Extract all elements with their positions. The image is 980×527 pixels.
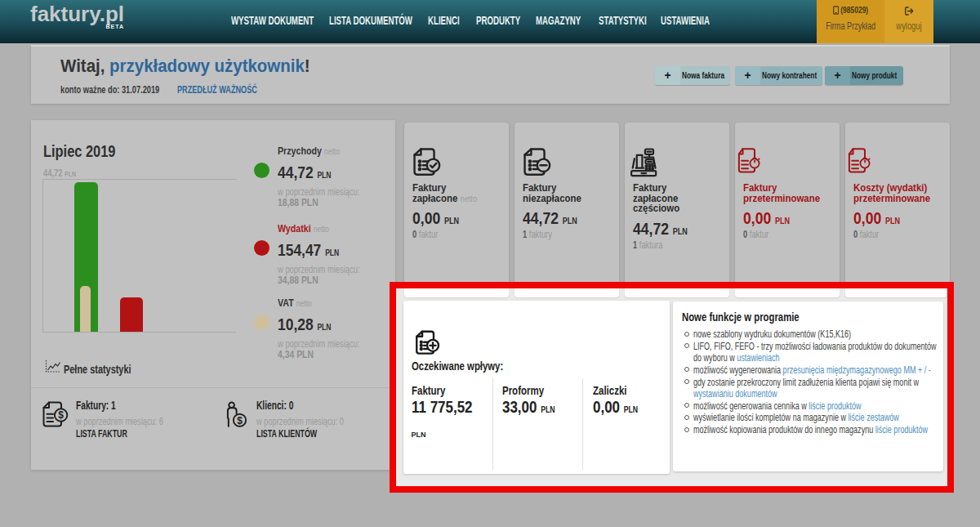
svg-text:$: $ [237,415,243,427]
svg-text:$: $ [58,409,64,421]
